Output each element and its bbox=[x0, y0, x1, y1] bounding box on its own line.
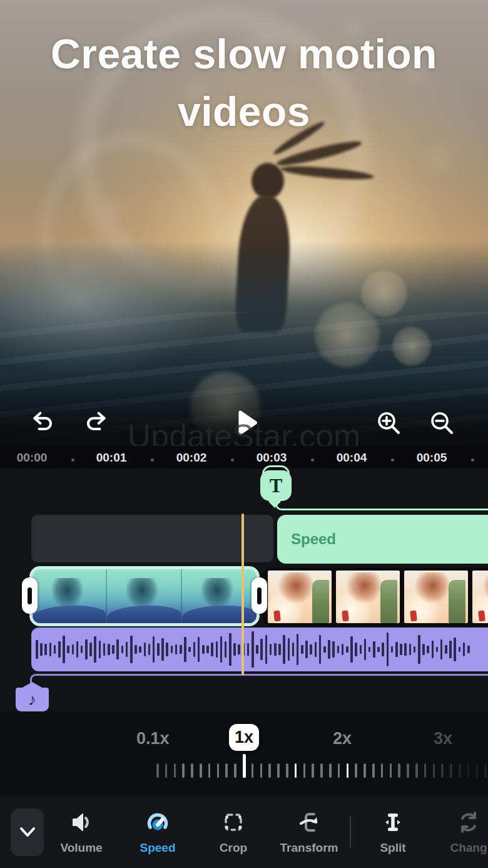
waveform-bar bbox=[436, 647, 439, 653]
waveform-bar bbox=[265, 635, 268, 664]
speed-effect-label: Speed bbox=[291, 530, 336, 548]
collapse-button[interactable] bbox=[11, 809, 44, 856]
speed-option-2x[interactable]: 2x bbox=[333, 729, 352, 748]
waveform-bar bbox=[337, 646, 340, 653]
text-badge-letter: T bbox=[270, 475, 283, 497]
ruler-dot bbox=[391, 458, 394, 462]
video-clip-2[interactable] bbox=[263, 567, 488, 626]
slider-tick bbox=[234, 763, 236, 778]
waveform-bar bbox=[342, 644, 344, 654]
waveform-bar bbox=[252, 631, 254, 668]
zoom-out-icon bbox=[430, 411, 455, 436]
speed-option-0.1x[interactable]: 0.1x bbox=[136, 729, 170, 748]
timeline-ruler[interactable]: 00:0000:0100:0200:0300:0400:05 bbox=[0, 446, 488, 468]
slider-tick bbox=[372, 763, 375, 778]
clip-frames bbox=[33, 569, 257, 623]
slider-tick bbox=[484, 763, 487, 778]
play-button[interactable] bbox=[233, 408, 260, 440]
waveform-bar bbox=[184, 637, 186, 661]
slider-tick bbox=[217, 763, 220, 778]
clip-effect-bar[interactable] bbox=[31, 515, 273, 562]
tool-label: Split bbox=[380, 841, 405, 855]
toolbar-divider bbox=[350, 815, 351, 848]
text-track-badge[interactable]: T bbox=[260, 470, 292, 501]
waveform-bar bbox=[94, 636, 96, 663]
tool-transform[interactable]: Transform bbox=[272, 808, 347, 855]
redo-icon bbox=[85, 411, 108, 435]
undo-button[interactable] bbox=[31, 411, 54, 437]
speed-slider[interactable] bbox=[156, 754, 488, 782]
slider-tick bbox=[156, 763, 159, 778]
waveform-bar bbox=[233, 643, 236, 656]
bokeh-circle bbox=[360, 269, 409, 318]
speed-option-selected[interactable]: 1x bbox=[229, 724, 259, 751]
audio-track[interactable] bbox=[31, 628, 488, 671]
waveform-bar bbox=[225, 641, 227, 658]
waveform-bar bbox=[89, 643, 92, 656]
speedometer-icon bbox=[143, 808, 172, 837]
slider-tick bbox=[347, 763, 349, 778]
tool-crop[interactable]: Crop bbox=[196, 808, 271, 855]
slider-tick bbox=[338, 763, 340, 778]
slider-tick bbox=[415, 763, 418, 778]
video-clip-1-selected[interactable] bbox=[29, 566, 260, 626]
waveform-bar bbox=[301, 645, 303, 654]
waveform-bar bbox=[422, 644, 425, 655]
waveform-bar bbox=[454, 638, 456, 661]
tool-split[interactable]: Split bbox=[355, 808, 430, 855]
waveform-bar bbox=[467, 646, 470, 653]
waveform-bar bbox=[157, 643, 160, 656]
trim-handle-left[interactable] bbox=[22, 577, 38, 614]
redo-button[interactable] bbox=[85, 411, 108, 437]
waveform-bar bbox=[130, 636, 133, 663]
slider-tick bbox=[243, 754, 246, 778]
trim-handle-right[interactable] bbox=[252, 577, 267, 614]
speed-effect-bar[interactable]: Speed bbox=[277, 515, 488, 564]
waveform-bar bbox=[432, 641, 434, 659]
zoom-out-button[interactable] bbox=[430, 411, 455, 438]
waveform-bar bbox=[256, 645, 258, 653]
slider-tick bbox=[433, 763, 435, 778]
tool-volume[interactable]: Volume bbox=[44, 808, 119, 855]
speed-option-3x[interactable]: 3x bbox=[434, 729, 452, 748]
clip1-frame bbox=[33, 569, 107, 623]
waveform-bar bbox=[332, 641, 335, 658]
waveform-bar bbox=[463, 643, 465, 657]
waveform-bar bbox=[414, 646, 416, 652]
waveform-bar bbox=[369, 647, 371, 652]
waveform-bar bbox=[260, 639, 263, 659]
tool-change[interactable]: Chang bbox=[431, 808, 488, 855]
waveform-bar bbox=[328, 640, 330, 659]
waveform-bar bbox=[171, 646, 173, 653]
waveform-bar bbox=[292, 643, 295, 656]
waveform-bar bbox=[315, 642, 317, 656]
waveform-bar bbox=[427, 646, 429, 653]
slider-tick bbox=[277, 763, 280, 778]
tool-label: Crop bbox=[220, 841, 247, 855]
waveform-bar bbox=[166, 643, 168, 656]
bokeh-circle bbox=[391, 326, 432, 367]
music-track-badge[interactable]: ♪ bbox=[16, 688, 49, 711]
slider-tick bbox=[467, 763, 470, 778]
slider-tick bbox=[295, 763, 297, 778]
slider-tick bbox=[441, 763, 444, 778]
playhead bbox=[241, 514, 244, 675]
waveform-bar bbox=[144, 643, 146, 656]
slider-tick bbox=[165, 763, 168, 778]
water-droplets bbox=[0, 0, 5, 5]
waveform-bar bbox=[238, 644, 240, 654]
zoom-in-icon bbox=[377, 411, 402, 436]
slider-tick bbox=[182, 763, 185, 778]
video-preview[interactable]: Create slow motion videos bbox=[0, 0, 488, 446]
waveform-bar bbox=[72, 644, 74, 654]
slider-tick bbox=[329, 763, 332, 778]
split-icon bbox=[379, 808, 407, 837]
waveform-bar bbox=[391, 646, 394, 653]
waveform-bar bbox=[211, 643, 213, 656]
waveform-bar bbox=[58, 641, 61, 657]
tool-speed[interactable]: Speed bbox=[120, 808, 195, 855]
transform-icon bbox=[295, 808, 323, 837]
ruler-time: 00:05 bbox=[405, 451, 458, 465]
zoom-in-button[interactable] bbox=[377, 411, 402, 438]
video-editor-screen: Create slow motion videos bbox=[0, 0, 488, 868]
